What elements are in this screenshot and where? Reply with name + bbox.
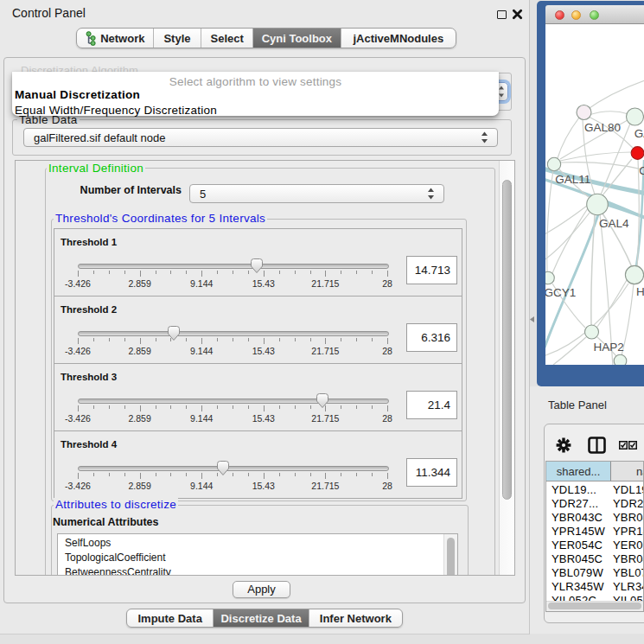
table-horizontal-scrollbar[interactable] <box>546 601 643 611</box>
network-node-ga[interactable] <box>627 108 644 125</box>
network-node-hap2[interactable] <box>585 325 599 339</box>
slider-track[interactable] <box>78 331 389 336</box>
network-edge[interactable] <box>597 280 627 327</box>
network-edge[interactable] <box>601 124 630 194</box>
slider-tick <box>93 473 94 476</box>
thresholds-group-title: Threshold's Coordinates for 5 Intervals <box>54 212 267 225</box>
slider-tick <box>310 338 311 341</box>
float-window-icon[interactable] <box>497 10 507 19</box>
threshold-value-box[interactable]: 21.4 <box>406 391 457 419</box>
threshold-value-box[interactable]: 11.344 <box>406 458 457 487</box>
network-node[interactable] <box>614 354 627 365</box>
tab-select[interactable]: Select <box>201 29 253 48</box>
tab-cyni-toolbox[interactable]: Cyni Toolbox <box>253 29 341 48</box>
close-icon[interactable] <box>512 9 523 20</box>
network-canvas[interactable]: GAL80GACGAL11GAL4GCY1HHAP2 <box>545 24 644 365</box>
table-cell-shared-name[interactable]: YBR045C <box>552 552 603 565</box>
tab-network[interactable]: Network <box>77 29 154 48</box>
table-cell-name[interactable]: YBL07 <box>613 566 644 579</box>
settings-vscrollbar-thumb[interactable] <box>502 180 512 500</box>
network-node-gal80[interactable] <box>577 105 591 120</box>
slider-thumb[interactable] <box>250 258 264 274</box>
list-item[interactable]: TopologicalCoefficient <box>65 552 166 564</box>
slider-thumb[interactable] <box>167 325 181 341</box>
table-cell-name[interactable]: YDL19 <box>613 483 644 496</box>
table-cell-shared-name[interactable]: YDL19... <box>552 483 596 496</box>
table-cell-name[interactable]: YLR34 <box>613 580 644 593</box>
apply-button[interactable]: Apply <box>233 581 290 598</box>
network-edge[interactable] <box>547 170 553 271</box>
cyni-toolbox-panel: Discretization AlgorithmTable DatagalFil… <box>3 57 526 603</box>
checkbox-icon[interactable] <box>619 441 628 450</box>
network-edge[interactable] <box>589 112 628 115</box>
threshold-value-box[interactable]: 6.316 <box>406 323 457 352</box>
table-cell-shared-name[interactable]: YER054C <box>552 539 603 552</box>
slider-track[interactable] <box>78 399 389 404</box>
table-cell-name[interactable]: YER05 <box>613 539 644 552</box>
split-divider-arrow-icon[interactable] <box>529 316 535 323</box>
network-node-gcy1[interactable] <box>545 271 554 284</box>
number-of-intervals-combobox[interactable]: 5 <box>189 184 444 203</box>
table-cell-name[interactable]: YDR27 <box>613 497 644 510</box>
network-edge[interactable] <box>553 337 586 365</box>
table-cell-name[interactable]: YBR04 <box>613 552 644 565</box>
network-node-gal11[interactable] <box>547 157 560 170</box>
threshold-label: Threshold 2 <box>61 304 117 315</box>
settings-vertical-scrollbar[interactable] <box>499 161 515 575</box>
table-cell-shared-name[interactable]: YDR27... <box>552 497 598 510</box>
network-window-titlebar[interactable] <box>545 5 644 24</box>
list-scrollbar-thumb[interactable] <box>447 538 455 576</box>
tab-infer-network[interactable]: Infer Network <box>309 609 402 627</box>
network-node-c[interactable] <box>631 147 644 160</box>
zoom-traffic-light[interactable] <box>590 10 599 20</box>
slider-scale-label: 2.859 <box>128 413 150 424</box>
network-edge[interactable] <box>560 163 644 170</box>
gear-icon[interactable] <box>556 437 571 453</box>
table-hscrollbar-thumb[interactable] <box>548 603 641 609</box>
dropdown-option-manual-discretization[interactable]: Manual Discretization <box>15 88 140 101</box>
list-item[interactable]: SelfLoops <box>65 537 111 549</box>
slider-tick <box>140 338 141 344</box>
network-edge[interactable] <box>560 152 631 161</box>
tab-jactivemnodules[interactable]: jActiveMNodules <box>341 29 456 48</box>
slider-scale-label: 9.144 <box>190 481 213 491</box>
checkbox-icon[interactable] <box>628 441 637 450</box>
slider-track[interactable] <box>78 264 389 269</box>
close-traffic-light[interactable] <box>555 10 564 20</box>
table-header-shared-name[interactable]: shared... <box>546 462 611 481</box>
list-item[interactable]: BetweennessCentrality <box>65 566 171 576</box>
table-cell-shared-name[interactable]: YPR145W <box>552 525 605 538</box>
list-scrollbar[interactable] <box>443 534 458 576</box>
slider-thumb[interactable] <box>316 392 329 409</box>
network-node-gal4[interactable] <box>587 194 609 215</box>
table-header-name[interactable]: na <box>611 462 644 481</box>
minimize-traffic-light[interactable] <box>571 10 581 20</box>
slider-track[interactable] <box>78 466 389 471</box>
tab-impute-data[interactable]: Impute Data <box>127 609 214 627</box>
split-view-icon[interactable] <box>588 437 606 454</box>
slider-tick <box>356 338 357 341</box>
network-edge[interactable] <box>558 118 579 158</box>
threshold-label: Threshold 1 <box>61 237 117 247</box>
table-cell-shared-name[interactable]: YLR345W <box>552 580 604 593</box>
network-node-h[interactable] <box>625 265 643 284</box>
tab-discretize-data[interactable]: Discretize Data <box>214 609 309 627</box>
table-cell-name[interactable]: YBR04 <box>613 511 644 524</box>
network-edge[interactable] <box>545 206 587 235</box>
table-cell-shared-name[interactable]: YBL079W <box>552 566 603 579</box>
slider-scale-label: 28 <box>382 413 392 424</box>
table-data-combobox[interactable]: galFiltered.sif default node <box>23 128 498 147</box>
table-cell-shared-name[interactable]: YBR043C <box>552 511 603 524</box>
table-cell-name[interactable]: YPR14 <box>613 525 644 538</box>
slider-tick <box>201 271 202 277</box>
slider-scale-label: 9.144 <box>190 278 213 289</box>
tab-style[interactable]: Style <box>154 29 202 48</box>
threshold-value-box[interactable]: 14.713 <box>406 256 457 284</box>
slider-scale-label: -3.426 <box>65 346 91 356</box>
network-edge[interactable] <box>584 80 644 112</box>
dropdown-option-equal-width-frequency[interactable]: Equal Width/Frequency Discretization <box>15 104 217 117</box>
slider-thumb[interactable] <box>216 460 230 476</box>
slider-tick <box>372 473 373 476</box>
slider-tick <box>387 473 388 479</box>
slider-tick <box>310 473 311 476</box>
